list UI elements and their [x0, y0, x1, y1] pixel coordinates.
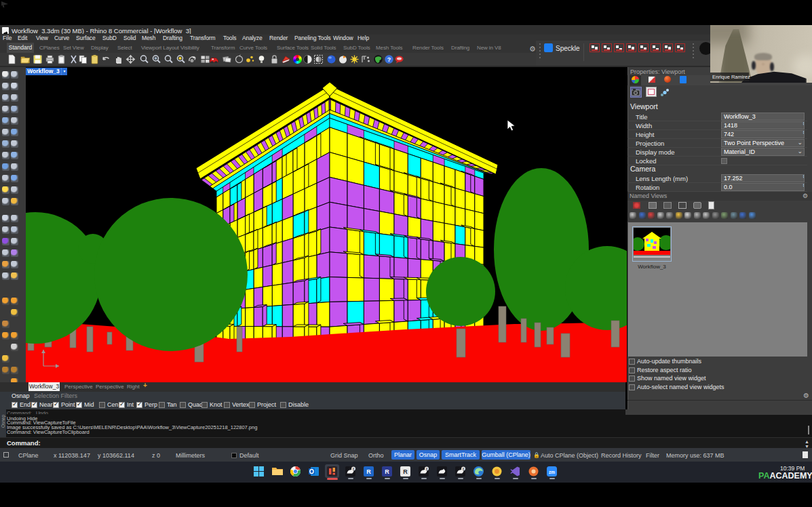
svg-text:R: R — [403, 468, 408, 475]
svg-text:zm: zm — [549, 469, 555, 474]
svg-text:?: ? — [387, 56, 391, 63]
svg-text:R: R — [385, 468, 389, 475]
svg-text:R: R — [366, 468, 371, 475]
